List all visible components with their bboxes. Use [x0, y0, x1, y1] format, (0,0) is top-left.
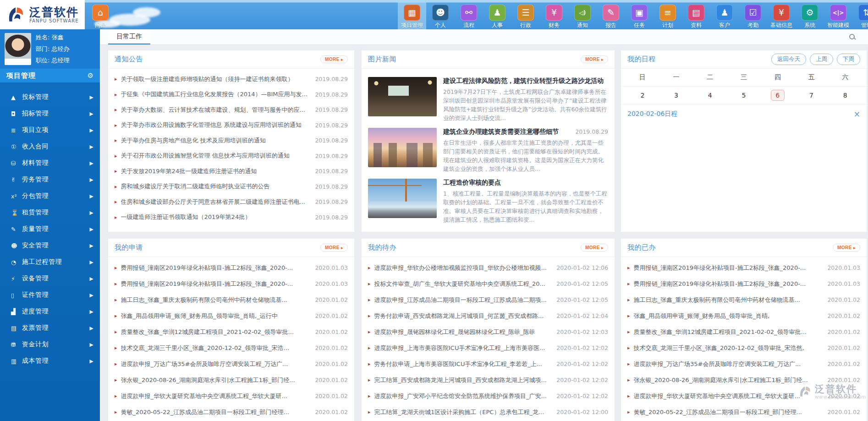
sidebar-item-project-initiation[interactable]: ≣ 项目立项 ▶ [0, 122, 100, 138]
news-item[interactable]: 建筑企业办理建筑资质需要注意哪些细节 2019.08.29 在日常生活中，很多人… [368, 128, 608, 172]
more-button-notices[interactable]: MORE ▸ [320, 55, 348, 63]
calendar-date[interactable]: 5 [727, 87, 761, 104]
more-button-applications[interactable]: MORE ▸ [320, 244, 348, 252]
more-button-done[interactable]: MORE ▸ [833, 244, 860, 252]
gear-icon[interactable]: ⚙ [88, 71, 93, 80]
notice-item[interactable]: ▸ 住房和城乡建设部办公厅关于同意吉林省开展二级建造师注册证书电... 2019… [115, 194, 348, 210]
toolbar-item-attendance[interactable]: ☑ 考勤 [739, 2, 767, 29]
sidebar-item-invoice[interactable]: ▤ 发票管理 ▶ [0, 320, 100, 336]
toolbar-item-plan[interactable]: ≡ 计划 [654, 2, 682, 29]
done-item[interactable]: ▸ 进度款申报_万达广场35#会所及咖啡厅空调安装工程_万达广... 2020.… [627, 356, 860, 372]
calendar-date-selected[interactable]: 6 [761, 87, 795, 104]
done-item[interactable]: ▸ 费用报销_潼南区2019年绿化补贴项目-施工2标段_张鑫_2020-... … [627, 260, 860, 276]
sidebar-item-subcontract[interactable]: x² 分包管理 ▶ [0, 188, 100, 204]
application-item[interactable]: ▸ 进度款申报_华软大厦研究基地中央空调系统工程_华软大厦研... 2020.0… [115, 388, 348, 404]
notice-item[interactable]: ▸ 关于发放2019年第24批一级建造师注册证书的通知 2019.08.29 [115, 164, 348, 179]
todo-item[interactable]: ▸ 进度款申报_上海市美容医院ICU手术室净化工程_上海市美容医... 2020… [368, 340, 608, 356]
done-item[interactable]: ▸ 施工日志_张鑫_重庆太极制药有限公司亳州中药材仓储物流基... 2020.0… [627, 292, 860, 308]
application-item[interactable]: ▸ 黄敏_2020-05-22_江苏成品油二期项目一标段工程_部门经理... 2… [115, 404, 348, 420]
toolbar-item-personal[interactable]: ☻ 个人 [426, 2, 455, 29]
application-item[interactable]: ▸ 费用报销_潼南区2019年绿化补贴项目-施工2标段_张鑫_2020-... … [115, 260, 348, 276]
application-item[interactable]: ▸ 进度款申报_万达广场35#会所及咖啡厅空调安装工程_万达广... 2020.… [115, 356, 348, 372]
notice-item[interactable]: ▸ 关于举办市政公用设施数字化管理信息 系统建设与应用培训班的通知 2019.0… [115, 118, 348, 133]
sidebar-item-leasing[interactable]: ⌛ 租赁管理 ▶ [0, 204, 100, 221]
todo-item[interactable]: ▸ 完工结算_龙湖天街城1区设计采购施工（EPC）总承包工程_龙... 2020… [368, 404, 608, 420]
calendar-date[interactable]: 4 [693, 87, 727, 104]
toolbar-item-workflow[interactable]: ⚯ 流程 [455, 2, 483, 29]
sidebar-item-materials[interactable]: ⛁ 材料管理 ▶ [0, 155, 100, 171]
news-title[interactable]: 建设工程法律风险防范，建筑行业转型升级之路沙龙活动 [443, 77, 604, 85]
sidebar-item-construction-process[interactable]: ◔ 施工过程管理 ▶ [0, 254, 100, 270]
more-button-todos[interactable]: MORE ▸ [581, 244, 608, 252]
done-item[interactable]: ▸ 费用报销_潼南区2019年绿化补贴项目-施工2标段_张鑫_2020-... … [627, 276, 860, 292]
calendar-date[interactable]: 7 [795, 87, 829, 104]
news-item[interactable]: 建设工程法律风险防范，建筑行业转型升级之路沙龙活动 2019年7月27日下午，土… [368, 77, 608, 121]
toolbar-item-notification[interactable]: ◁) 通知 [568, 2, 597, 29]
list-item-text: 劳务付款申请_上海市美容医院ICU手术室净化工程_李若若_上... [374, 360, 542, 368]
todo-item[interactable]: ▸ 进度款申报_华软办公楼增加视频监控项目_华软办公楼增加视频... 2020-… [368, 260, 608, 276]
application-item[interactable]: ▸ 费用报销_潼南区2019年绿化补贴项目-施工2标段_张鑫_2020-... … [115, 276, 348, 292]
toolbar-item-management-partial[interactable]: ⇅ 管理 [852, 2, 868, 29]
toolbar-item-portal[interactable]: ⌂ 门户 [86, 2, 115, 29]
sidebar-item-income-contract[interactable]: ① 收入合同 ▶ [0, 138, 100, 155]
notice-item[interactable]: ▸ 于征集《中国建筑施工行业信息化发展报告（2014）—BIM应用与发... 2… [115, 87, 348, 103]
todo-item[interactable]: ▸ 完工结算_西安成都路龙湖上河城项目_西安成都路龙湖上河城项... 2020-… [368, 372, 608, 388]
sidebar-section-header[interactable]: 项目管理 ⚙ [0, 69, 100, 82]
application-item[interactable]: ▸ 质量整改_张鑫_华润12城房建工程项目_2021-02-02_领导审批...… [115, 324, 348, 340]
toolbar-item-report[interactable]: ✎ 报告 [597, 2, 625, 29]
todo-item[interactable]: ▸ 进度款申报_晟铭园林绿化工程_晟铭园林绿化工程_陈菲_陈菲 2020-01-… [368, 324, 608, 340]
notice-item[interactable]: ▸ 关于领取一级注册建造师增项贴的通知（须持一建证书前来领取） 2019.08.… [115, 71, 348, 87]
done-item[interactable]: ▸ 黄敏_2020-05-22_江苏成品油二期项目一标段工程_部门经理... 2… [627, 404, 860, 420]
todo-item[interactable]: ▸ 投标文件审查_胡广生_华软大厦研究基地中央空调系统工程_20... 2020… [368, 276, 608, 292]
close-icon[interactable]: × [854, 110, 860, 118]
sidebar-item-tendering[interactable]: ◘ 招标管理 ▶ [0, 105, 100, 122]
tab-daily-work[interactable]: 日常工作 [108, 29, 150, 44]
news-item[interactable]: 工程造价审核的要点 1、核准工程量。工程量是编制决算最基本的内容，也是整个工程取… [368, 179, 608, 223]
toolbar-item-task[interactable]: ▣ 任务 [625, 2, 654, 29]
calendar-date[interactable]: 8 [828, 87, 862, 104]
toolbar-item-admin[interactable]: ☰ 行政 [511, 2, 540, 29]
sidebar-item-progress[interactable]: ▟ 进度管理 ▶ [0, 303, 100, 320]
search-key-icon[interactable] [849, 33, 856, 41]
notice-item[interactable]: ▸ 房和城乡建设厅关于取消二级建造师临时执业证书的公告 2019.08.29 [115, 179, 348, 195]
application-item[interactable]: ▸ 张鑫_用品领用申请_账簿_财务用品_领导审批_肖晴,_运行中 2020.01… [115, 308, 348, 324]
done-item[interactable]: ▸ 质量整改_张鑫_华润12城房建工程项目_2021-02-02_领导审批...… [627, 324, 860, 340]
toolbar-item-hr[interactable]: ♟ 人事 [483, 2, 511, 29]
todo-item[interactable]: ▸ 进度款申报_广安邓小平纪念馆安全防范系统维护保养项目_广安... 2020-… [368, 388, 608, 404]
toolbar-item-finance[interactable]: ¥ 财务 [540, 2, 568, 29]
sidebar-item-bidding[interactable]: ▲ 投标管理 ▶ [0, 89, 100, 105]
notice-item[interactable]: ▸ 关于召开市政公用设施智慧化管理 信息技术与应用培训班的通知 2019.08.… [115, 148, 348, 164]
sidebar-item-safety[interactable]: ☻ 安全管理 ▶ [0, 237, 100, 254]
todo-item[interactable]: ▸ 劳务付款申请_上海市美容医院ICU手术室净化工程_李若若_上... 2020… [368, 356, 608, 372]
sidebar-item-capital-plan[interactable]: ⛃ 资金计划 ▶ [0, 336, 100, 353]
news-title[interactable]: 建筑企业办理建筑资质需要注意哪些细节 [443, 128, 559, 136]
notice-item[interactable]: ▸ 关于举办住房与房地产信息化 技术及应用培训班的通知 2019.08.29 [115, 133, 348, 148]
calendar-date[interactable]: 3 [659, 87, 693, 104]
calendar-today-button[interactable]: 返回今天 [771, 54, 806, 65]
calendar-date[interactable]: 2 [626, 87, 659, 104]
calendar-prev-week-button[interactable]: 上周 [810, 54, 833, 65]
toolbar-item-smart-modeling[interactable]: <|> 智能建模 [824, 2, 852, 29]
more-button-news[interactable]: MORE ▸ [581, 55, 608, 63]
toolbar-item-project-management[interactable]: ▦ 项目管理 [398, 2, 426, 29]
done-item[interactable]: ▸ 张鑫_用品领用申请_账簿_财务用品_领导审批_肖晴, 2020.01.02 [627, 308, 860, 324]
application-item[interactable]: ▸ 技术交底_龙湖三千里小区_张鑫_2020-12-02_领导审批_宋浩... … [115, 340, 348, 356]
notice-item[interactable]: ▸ 关于举办大数据、云计算技术在城市建设、规划、管理与服务中的应... 2019… [115, 102, 348, 118]
sidebar-item-cost[interactable]: ▥ 成本管理 ▶ [0, 353, 100, 369]
application-item[interactable]: ▸ 张永银_2020-08-26_湖南洞庭湖水库引|水工程施工1标_部门经...… [115, 372, 348, 388]
toolbar-item-system[interactable]: ⚙ 系统 [796, 2, 824, 29]
toolbar-item-basic-info[interactable]: ¥ 基础信息 [767, 2, 796, 29]
application-item[interactable]: ▸ 施工日志_张鑫_重庆太极制药有限公司亳州中药材仓储物流基... 2020.0… [115, 292, 348, 308]
todo-item[interactable]: ▸ 进度款申报_江苏成品油二期项目一标段工程_江苏成品油二期项... 2020-… [368, 292, 608, 308]
sidebar-item-labor[interactable]: ✌ 劳务管理 ▶ [0, 171, 100, 188]
notice-item[interactable]: ▸ 一级建造师注册证书领取通知（2019年第24批） 2019.08.29 [115, 210, 348, 225]
news-title[interactable]: 工程造价审核的要点 [443, 179, 501, 187]
toolbar-item-documents[interactable]: ▤ 资料 [682, 2, 710, 29]
calendar-next-week-button[interactable]: 下周 [837, 54, 860, 65]
sidebar-item-certificates[interactable]: ▯ 证件管理 ▶ [0, 287, 100, 303]
sidebar-item-equipment[interactable]: ⚡ 设备管理 ▶ [0, 270, 100, 287]
toolbar-item-customer[interactable]: ♟ 客户 [710, 2, 739, 29]
todo-item[interactable]: ▸ 劳务付款申请_西安成都路龙湖上河城项目_何芷茵_西安成都路... 2020-… [368, 308, 608, 324]
done-item[interactable]: ▸ 技术交底_龙湖三千里小区_张鑫_2020-12-02_领导审批_宋浩然, 2… [627, 340, 860, 356]
sidebar-item-quality[interactable]: ✎ 质量管理 ▶ [0, 221, 100, 237]
